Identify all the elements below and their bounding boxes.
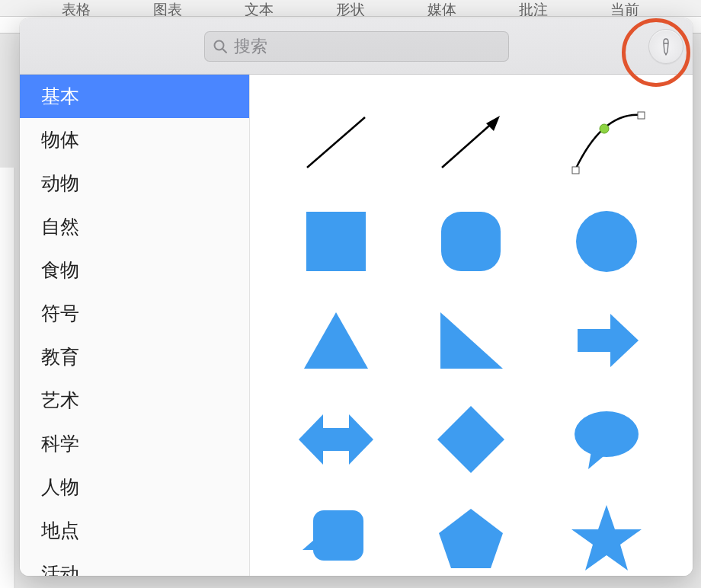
svg-rect-6 <box>638 112 645 119</box>
shape-arrow-right[interactable] <box>539 291 674 390</box>
toolbar-item[interactable]: 形状 <box>336 0 365 17</box>
sidebar-item-label: 基本 <box>41 85 79 107</box>
svg-marker-11 <box>304 312 368 369</box>
sidebar-item-label: 艺术 <box>41 389 79 411</box>
svg-point-7 <box>600 124 609 133</box>
sidebar-item-places[interactable]: 地点 <box>20 509 249 552</box>
toolbar-item[interactable]: 文本 <box>245 0 274 17</box>
svg-marker-12 <box>440 312 503 369</box>
sidebar-item-label: 科学 <box>41 433 79 454</box>
sidebar-item-nature[interactable]: 自然 <box>20 205 249 248</box>
sidebar-item-label: 动物 <box>41 172 79 193</box>
toolbar-item[interactable]: 媒体 <box>427 0 456 17</box>
sidebar-item-art[interactable]: 艺术 <box>20 379 249 422</box>
svg-marker-21 <box>571 505 642 570</box>
shape-pentagon[interactable] <box>404 489 539 576</box>
toolbar-item[interactable]: 当前 <box>610 0 639 17</box>
sidebar-item-people[interactable]: 人物 <box>20 465 249 509</box>
sidebar-item-label: 活动 <box>41 563 79 576</box>
shape-speech-bubble[interactable] <box>539 390 674 489</box>
shape-right-triangle[interactable] <box>404 291 539 390</box>
shape-curve[interactable] <box>539 93 674 192</box>
shape-star[interactable] <box>539 489 674 576</box>
toolbar-item[interactable]: 表格 <box>62 0 91 17</box>
svg-marker-14 <box>299 414 373 465</box>
shape-arrow-bidirectional[interactable] <box>268 390 404 489</box>
sidebar-item-label: 人物 <box>41 476 79 497</box>
svg-rect-9 <box>441 212 501 271</box>
shape-square[interactable] <box>268 192 404 291</box>
category-sidebar: 基本 物体 动物 自然 食物 符号 教育 艺术 科学 人物 地点 活动 <box>20 75 250 576</box>
shape-arrow-line[interactable] <box>404 93 539 192</box>
shape-circle[interactable] <box>539 192 674 291</box>
sidebar-item-food[interactable]: 食物 <box>20 248 249 292</box>
sidebar-item-basic[interactable]: 基本 <box>20 75 249 118</box>
app-toolbar: 表格 图表 文本 形状 媒体 批注 当前 <box>0 0 701 17</box>
sidebar-item-label: 自然 <box>41 216 79 237</box>
svg-point-10 <box>576 211 637 272</box>
toolbar-item[interactable]: 图表 <box>153 0 182 17</box>
sidebar-item-label: 符号 <box>41 302 79 324</box>
sidebar-item-symbols[interactable]: 符号 <box>20 292 249 335</box>
shape-diamond[interactable] <box>404 390 539 489</box>
sidebar-item-label: 地点 <box>41 519 79 541</box>
svg-rect-18 <box>313 510 363 561</box>
shape-rounded-square[interactable] <box>404 192 539 291</box>
popover-body: 基本 物体 动物 自然 食物 符号 教育 艺术 科学 人物 地点 活动 <box>20 75 693 576</box>
popover-header <box>20 18 693 75</box>
draw-with-pen-button[interactable] <box>648 29 683 64</box>
sidebar-item-activities[interactable]: 活动 <box>20 552 249 576</box>
svg-line-3 <box>442 120 495 168</box>
sidebar-item-label: 物体 <box>41 129 79 150</box>
shapes-popover: 基本 物体 动物 自然 食物 符号 教育 艺术 科学 人物 地点 活动 <box>20 18 693 576</box>
svg-marker-13 <box>578 314 639 367</box>
sidebar-item-label: 教育 <box>41 346 79 367</box>
shapes-grid <box>250 75 693 576</box>
toolbar-item[interactable]: 批注 <box>519 0 548 17</box>
sidebar-item-animals[interactable]: 动物 <box>20 161 249 205</box>
svg-rect-8 <box>306 212 366 271</box>
shape-callout-square[interactable] <box>268 489 404 576</box>
pen-icon <box>656 37 676 56</box>
svg-point-16 <box>575 411 639 457</box>
svg-marker-15 <box>437 406 504 473</box>
sidebar-item-science[interactable]: 科学 <box>20 422 249 465</box>
svg-line-1 <box>222 49 226 53</box>
svg-rect-5 <box>572 167 579 174</box>
sidebar-item-objects[interactable]: 物体 <box>20 118 249 161</box>
shape-line[interactable] <box>268 93 404 192</box>
search-input[interactable] <box>234 37 501 56</box>
svg-marker-17 <box>588 451 608 469</box>
svg-marker-20 <box>439 509 503 568</box>
shape-triangle[interactable] <box>268 291 404 390</box>
svg-line-2 <box>307 117 365 168</box>
search-icon <box>213 39 228 54</box>
document-page <box>0 168 15 588</box>
svg-marker-4 <box>486 116 500 131</box>
sidebar-item-education[interactable]: 教育 <box>20 335 249 379</box>
sidebar-item-label: 食物 <box>41 259 79 280</box>
search-field[interactable] <box>204 31 509 62</box>
